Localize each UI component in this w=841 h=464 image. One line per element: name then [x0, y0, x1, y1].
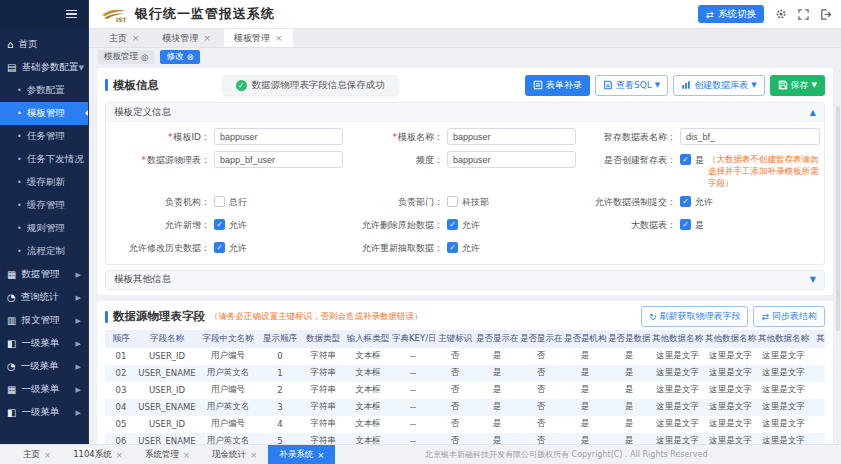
是否创建暂存表-checkbox[interactable]: ✓ [680, 154, 691, 165]
fullscreen-icon[interactable] [798, 9, 809, 20]
tab-模块管理[interactable]: 模块管理× [153, 29, 222, 47]
chip-模板管理[interactable]: 模板管理◎ [98, 50, 154, 64]
sidebar-item-查询统计[interactable]: ◔查询统计▶ [0, 286, 88, 309]
close-icon[interactable]: × [44, 450, 51, 460]
tab-模板管理[interactable]: 模板管理× [224, 29, 293, 47]
模板ID-input[interactable] [214, 128, 343, 145]
close-icon[interactable]: × [250, 450, 257, 460]
create-db-table-button[interactable]: 创建数据库表▼ [673, 75, 764, 96]
sidebar-subitem-模板管理[interactable]: •模板管理 [0, 102, 88, 125]
table-cell: 文本框 [345, 399, 391, 416]
sidebar-item-一级菜单[interactable]: ▦一级菜单▶ [0, 378, 88, 401]
collapse-up-icon: ▲ [810, 108, 816, 117]
bullet-icon: • [17, 224, 22, 233]
sidebar-item-基础参数配置[interactable]: ▤基础参数配置▼ [0, 56, 88, 79]
table-cell: 字符串 [301, 365, 345, 382]
checkbox-label: 总行 [229, 193, 247, 209]
sync-structure-button[interactable]: ⇄ 同步表结构 [753, 306, 825, 327]
table-row: 05USER_ID用户编号4字符串文本框--否是否是是这里是文字这里是文字这里是… [105, 416, 825, 433]
workspace-tabbar: 主页×模块管理×模板管理× [89, 29, 841, 48]
数据源物理表-input[interactable] [214, 151, 343, 168]
sidebar-subitem-缓存管理[interactable]: •缓存管理 [0, 194, 88, 217]
refresh-fields-button[interactable]: ↻ 刷新获取物理表字段 [641, 306, 749, 327]
app-title: 银行统一监管报送系统 [135, 5, 275, 23]
允许删除原始数据-checkbox[interactable]: ✓ [447, 219, 458, 230]
close-icon[interactable]: × [132, 33, 140, 43]
file-icon: ▥ [7, 315, 16, 326]
view-sql-button[interactable]: 查看SQL▼ [595, 75, 668, 96]
close-icon[interactable]: × [116, 450, 123, 460]
bottom-tab-现金统计[interactable]: 现金统计× [201, 445, 268, 464]
sidebar-item-label: 首页 [18, 38, 37, 51]
允许数据强制提交-checkbox[interactable]: ✓ [680, 196, 691, 207]
chevron-right-icon: ▶ [76, 317, 81, 325]
table-cell [810, 382, 825, 399]
table-cell: 04 [105, 399, 137, 416]
bottom-tab-补录系统[interactable]: 补录系统× [268, 445, 335, 464]
chevron-right-icon: ▶ [76, 271, 81, 279]
field-label: 大数据表： [576, 216, 676, 232]
chip-修改[interactable]: 修改⊗ [160, 50, 199, 64]
required-star-icon: * [168, 132, 173, 142]
sidebar-item-一级菜单[interactable]: ◧一级菜单▶ [0, 332, 88, 355]
sidebar-subitem-任务管理[interactable]: •任务管理 [0, 125, 88, 148]
db-icon: ▦ [7, 269, 16, 280]
table-cell [810, 365, 825, 382]
允许新增-checkbox[interactable]: ✓ [214, 219, 225, 230]
header-actions: 表单补录 查看SQL▼ 创建数据库表▼ [525, 75, 825, 96]
sidebar-subitem-参数配置[interactable]: •参数配置 [0, 79, 88, 102]
sidebar-subitem-任务下发情况[interactable]: •任务下发情况 [0, 148, 88, 171]
logout-icon[interactable] [820, 9, 831, 20]
负责部门-checkbox[interactable] [447, 196, 458, 207]
负责机构-checkbox[interactable] [214, 196, 225, 207]
field-label: 允许新增： [110, 216, 210, 232]
template-definition-panel-header[interactable]: 模板定义信息 ▲ [106, 103, 824, 121]
form-field: *模板ID： [110, 125, 343, 148]
bottom-tab-主页[interactable]: 主页× [12, 445, 62, 464]
collapse-down-icon: ▼ [810, 275, 816, 284]
允许修改历史数据-checkbox[interactable]: ✓ [214, 242, 225, 253]
tab-label: 模块管理 [163, 32, 199, 45]
sidebar-subitem-缓存刷新[interactable]: •缓存刷新 [0, 171, 88, 194]
close-icon[interactable]: × [317, 450, 324, 460]
field-label: 允许数据强制提交： [576, 193, 676, 209]
bottom-tab-1104系统[interactable]: 1104系统× [62, 445, 134, 464]
close-icon[interactable]: × [183, 450, 190, 460]
table-cell: 是 [563, 399, 607, 416]
checkbox-label: 允许 [229, 216, 247, 232]
column-header: 其他数据名称 [757, 330, 810, 348]
chevron-right-icon: ▶ [76, 294, 81, 302]
switch-arrows-icon: ⇄ [706, 9, 714, 20]
sidebar-subitem-流程定制[interactable]: •流程定制 [0, 240, 88, 263]
table-cell: 是 [475, 399, 519, 416]
table-row: 04USER_ENAME用户英文名3字符串文本框--否是否是是这里是文字这里是文… [105, 399, 825, 416]
form-supplement-button[interactable]: 表单补录 [525, 75, 590, 96]
table-cell [810, 399, 825, 416]
sidebar-item-一级菜单[interactable]: ◧一级菜单▶ [0, 401, 88, 424]
tab-主页[interactable]: 主页× [99, 29, 150, 47]
bottom-tab-系统管理[interactable]: 系统管理× [134, 445, 201, 464]
bottom-taskbar: 主页×1104系统×系统管理×现金统计×补录系统× 北京银丰新融科技开发有限公司… [0, 444, 841, 464]
大数据表-checkbox[interactable]: ✓ [680, 219, 691, 230]
field-label: 暂存数据表名称： [576, 128, 676, 144]
menu-collapse-icon[interactable] [66, 8, 77, 21]
sidebar-item-一级菜单[interactable]: ◔一级菜单▶ [0, 355, 88, 378]
bullet-icon: • [17, 201, 22, 210]
sidebar-item-数据管理[interactable]: ▦数据管理▶ [0, 263, 88, 286]
gear-icon[interactable] [775, 8, 787, 20]
save-button[interactable]: 保存▼ [770, 75, 825, 96]
允许重新抽取数据-checkbox[interactable]: ✓ [447, 242, 458, 253]
sidebar-subitem-规则管理[interactable]: •规则管理 [0, 217, 88, 240]
close-icon[interactable]: × [204, 33, 212, 43]
chevron-right-icon: ▶ [76, 363, 81, 371]
暂存数据表名称-input[interactable] [680, 128, 820, 145]
template-other-panel-header[interactable]: 模板其他信息 ▼ [106, 271, 824, 289]
close-icon[interactable]: × [275, 33, 283, 43]
sidebar-item-首页[interactable]: ⌂首页 [0, 33, 88, 56]
vertical-scrollbar[interactable] [836, 106, 840, 331]
模板名称-input[interactable] [447, 128, 576, 145]
sidebar-item-报文管理[interactable]: ▥报文管理▶ [0, 309, 88, 332]
system-switch-button[interactable]: ⇄ 系统切换 [698, 5, 764, 23]
template-info-card: 模板信息 ✓ 数据源物理表字段信息保存成功 表单补录 [97, 68, 833, 295]
频度-input[interactable] [447, 151, 576, 168]
